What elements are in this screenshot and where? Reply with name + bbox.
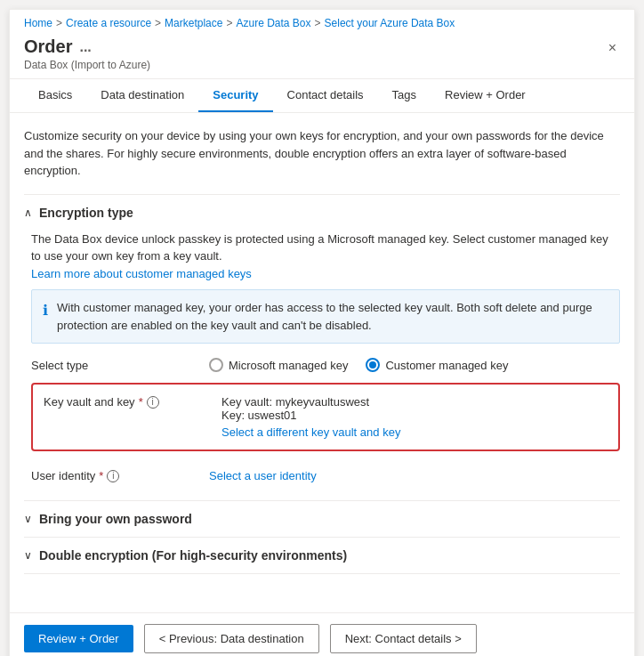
select-type-label: Select type — [31, 359, 209, 372]
double-encryption-title: Double encryption (For high-security env… — [39, 548, 347, 563]
footer: Review + Order < Previous: Data destinat… — [10, 612, 634, 656]
breadcrumb-sep-1: > — [56, 17, 62, 29]
key-vault-name: Key vault: mykeyvaultuswest — [221, 395, 608, 409]
next-button[interactable]: Next: Contact details > — [330, 624, 477, 653]
page-subtitle: Data Box (Import to Azure) — [24, 59, 150, 71]
close-button[interactable]: × — [605, 36, 620, 60]
user-identity-label-text: User identity — [31, 469, 95, 482]
header-ellipsis[interactable]: ... — [79, 39, 91, 55]
select-user-identity-link[interactable]: Select a user identity — [209, 469, 317, 482]
page-header: Order ... Data Box (Import to Azure) × — [10, 33, 634, 79]
radio-group: Microsoft managed key Customer managed k… — [209, 358, 508, 372]
tab-bar: Basics Data destination Security Contact… — [10, 79, 634, 113]
learn-more-link[interactable]: Learn more about customer managed keys — [31, 267, 252, 280]
info-box-text: With customer managed key, your order ha… — [57, 299, 608, 334]
info-box: ℹ With customer managed key, your order … — [31, 289, 620, 344]
encryption-section-title: Encryption type — [39, 206, 133, 220]
radio-customer-circle — [366, 358, 380, 372]
breadcrumb-select-azure-data-box[interactable]: Select your Azure Data Box — [325, 17, 455, 29]
double-encryption-chevron: ∨ — [24, 549, 32, 562]
previous-button[interactable]: < Previous: Data destination — [144, 624, 319, 653]
breadcrumb-marketplace[interactable]: Marketplace — [165, 17, 222, 29]
key-vault-info-tip[interactable]: i — [147, 396, 159, 409]
divider-1 — [24, 194, 620, 195]
encryption-section-body: The Data Box device unlock passkey is pr… — [24, 231, 620, 490]
main-panel: Home > Create a resource > Marketplace >… — [9, 9, 635, 656]
bring-own-password-header[interactable]: ∨ Bring your own password — [24, 512, 620, 526]
divider-2 — [24, 500, 620, 501]
tab-data-destination[interactable]: Data destination — [86, 79, 198, 112]
user-identity-info-tip[interactable]: i — [107, 470, 119, 482]
breadcrumb-sep-3: > — [226, 17, 232, 29]
tab-basics[interactable]: Basics — [24, 79, 86, 112]
info-icon: ℹ — [43, 300, 48, 334]
key-vault-value: Key vault: mykeyvaultuswest Key: uswest0… — [221, 395, 608, 439]
double-encryption-header[interactable]: ∨ Double encryption (For high-security e… — [24, 548, 620, 563]
divider-3 — [24, 537, 620, 538]
select-type-row: Select type Microsoft managed key Custom… — [31, 358, 620, 372]
security-description: Customize security on your device by usi… — [24, 127, 620, 180]
bring-own-password-chevron: ∨ — [24, 513, 32, 525]
review-order-button[interactable]: Review + Order — [24, 625, 133, 652]
key-vault-label-text: Key vault and key — [44, 395, 135, 409]
header-left: Order ... Data Box (Import to Azure) — [24, 36, 150, 71]
key-vault-label: Key vault and key * i — [44, 395, 221, 409]
breadcrumb-create-resource[interactable]: Create a resource — [66, 17, 151, 29]
radio-customer-label: Customer managed key — [385, 359, 508, 372]
divider-4 — [24, 573, 620, 574]
radio-microsoft-label: Microsoft managed key — [229, 359, 348, 372]
tab-review-order[interactable]: Review + Order — [431, 79, 540, 112]
key-vault-required: * — [139, 395, 143, 409]
radio-customer-managed[interactable]: Customer managed key — [366, 358, 508, 372]
breadcrumb-sep-2: > — [155, 17, 161, 29]
encryption-body-text: The Data Box device unlock passkey is pr… — [31, 231, 620, 283]
encryption-section-header[interactable]: ∧ Encryption type — [24, 206, 620, 220]
user-identity-row: User identity * i Select a user identity — [31, 462, 620, 490]
content-area: Customize security on your device by usi… — [10, 113, 634, 612]
encryption-chevron: ∧ — [24, 207, 32, 219]
user-identity-label: User identity * i — [31, 469, 209, 482]
page-title: Order — [24, 36, 72, 57]
tab-contact-details[interactable]: Contact details — [273, 79, 378, 112]
breadcrumb-azure-data-box[interactable]: Azure Data Box — [236, 17, 310, 29]
key-vault-row: Key vault and key * i Key vault: mykeyva… — [33, 385, 618, 449]
select-different-key-link[interactable]: Select a different key vault and key — [221, 425, 608, 439]
radio-microsoft-circle — [209, 358, 223, 372]
breadcrumb-home[interactable]: Home — [24, 17, 52, 29]
breadcrumb: Home > Create a resource > Marketplace >… — [10, 10, 634, 33]
key-vault-box: Key vault and key * i Key vault: mykeyva… — [31, 383, 620, 451]
bring-own-password-title: Bring your own password — [39, 512, 192, 526]
user-identity-required: * — [99, 469, 103, 482]
key-name: Key: uswest01 — [221, 409, 608, 422]
tab-security[interactable]: Security — [198, 79, 272, 112]
tab-tags[interactable]: Tags — [378, 79, 431, 112]
radio-microsoft-managed[interactable]: Microsoft managed key — [209, 358, 348, 372]
breadcrumb-sep-4: > — [315, 17, 321, 29]
